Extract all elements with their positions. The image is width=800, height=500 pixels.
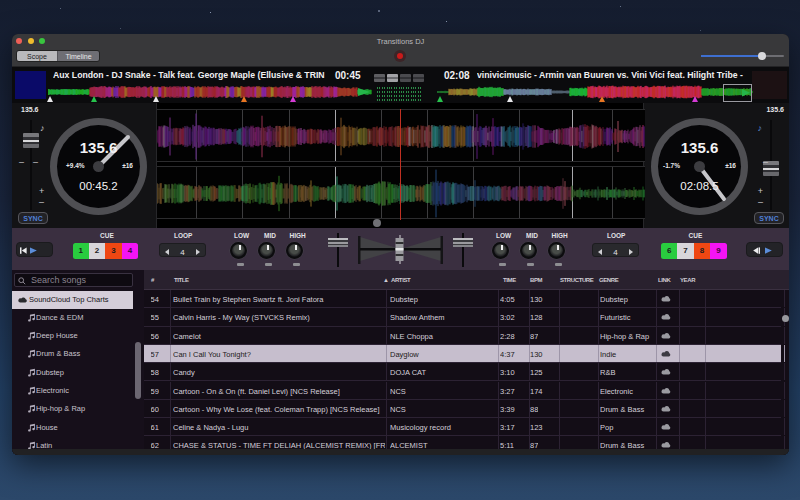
svg-text:4: 4 xyxy=(180,248,185,257)
svg-text:4: 4 xyxy=(613,248,618,257)
